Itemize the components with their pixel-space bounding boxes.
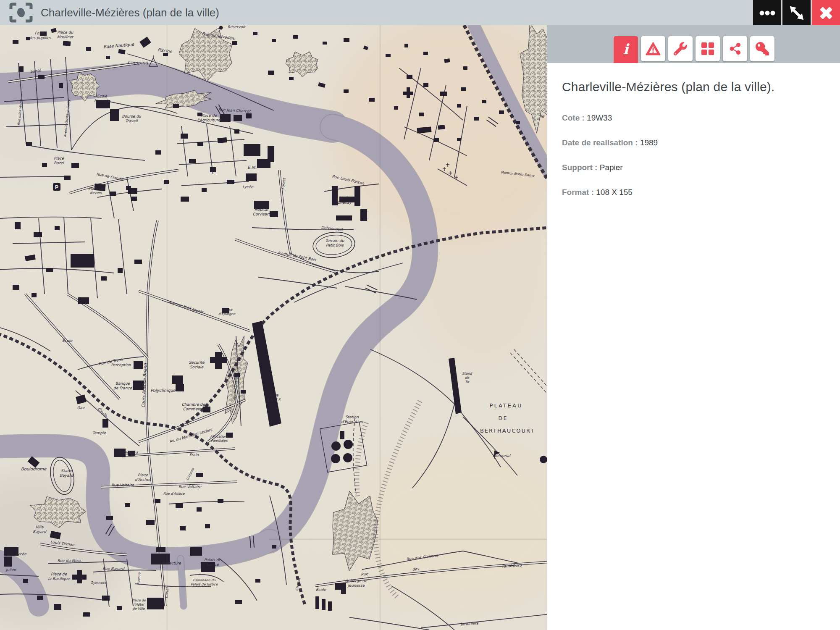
x-icon	[819, 5, 834, 21]
svg-text:Perception: Perception	[111, 363, 131, 367]
header-bar: Charleville-Mézières (plan de la ville)	[0, 0, 840, 25]
meta-cote: Cote : 19W33	[562, 113, 827, 123]
svg-text:des: des	[412, 567, 420, 571]
svg-text:Gymnase: Gymnase	[90, 581, 107, 585]
panel-tabs: i	[614, 36, 774, 63]
svg-text:Auberge deJeunesse: Auberge deJeunesse	[345, 579, 368, 588]
resize-button[interactable]	[782, 0, 811, 26]
svg-text:Rue: Rue	[361, 572, 369, 577]
city-map-image[interactable]: P Foyerdes pupillesPlace duMoulinetBase …	[0, 25, 547, 630]
archive-image-viewer: { "colors": { "accent_red": "#ee4956", "…	[0, 0, 840, 630]
svg-text:P: P	[55, 184, 58, 190]
svg-text:Place del'Hôtelde Ville: Place del'Hôtelde Ville	[131, 598, 146, 611]
svg-text:Préfecture: Préfecture	[162, 561, 182, 565]
svg-text:Lycée: Lycée	[16, 552, 27, 556]
document-title: Charleville-Mézières (plan de la ville)	[41, 6, 219, 19]
meta-support: Support : Papier	[562, 163, 827, 172]
svg-text:Rue Voltaire: Rue Voltaire	[178, 485, 202, 489]
svg-text:Mémorial: Mémorial	[493, 454, 511, 458]
metadata-content: Charleville-Mézières (plan de la ville).…	[562, 63, 827, 213]
tab-share[interactable]	[723, 36, 747, 61]
svg-text:Rue du Mess: Rue du Mess	[58, 559, 82, 563]
tab-tools[interactable]	[668, 36, 693, 61]
info-panel: i	[547, 25, 840, 630]
svg-text:Temple: Temple	[92, 431, 106, 435]
svg-text:Place deNevers: Place deNevers	[89, 187, 103, 195]
svg-text:Rue d'Alsace: Rue d'Alsace	[163, 492, 185, 496]
svg-text:i: i	[623, 42, 630, 57]
svg-text:École: École	[62, 338, 73, 343]
svg-text:Rue Bayard: Rue Bayard	[102, 567, 125, 571]
tab-report-problem[interactable]	[641, 36, 665, 61]
svg-text:PLATEAU: PLATEAU	[490, 402, 523, 409]
key-icon	[756, 42, 769, 55]
svg-text:Île: Île	[539, 113, 545, 118]
metadata-list: Cote : 19W33 Date de realisation : 1989 …	[562, 113, 827, 197]
svg-text:Esplanade duPalais de Justice: Esplanade duPalais de Justice	[191, 578, 218, 586]
share-icon	[729, 42, 741, 55]
tab-mosaic[interactable]	[696, 36, 720, 61]
more-options-button[interactable]	[753, 0, 781, 26]
diagonal-arrows-icon	[789, 5, 805, 21]
info-icon: i	[620, 42, 632, 57]
svg-text:SécuritéSociale: SécuritéSociale	[189, 360, 205, 369]
svg-text:HôpitalCorvisart: HôpitalCorvisart	[253, 207, 270, 216]
svg-text:Réservoir: Réservoir	[228, 25, 246, 29]
viewer-logo-icon[interactable]	[9, 3, 33, 23]
svg-text:E.M.: E.M.	[247, 165, 256, 170]
meta-date: Date de realisation : 1989	[562, 138, 827, 147]
grid-icon	[701, 42, 714, 55]
tab-info[interactable]: i	[614, 36, 638, 63]
svg-text:Gaz: Gaz	[77, 406, 84, 410]
svg-text:Boulevard: Boulevard	[118, 450, 138, 455]
svg-text:Terrain duPetit Bois: Terrain duPetit Bois	[326, 239, 345, 247]
svg-text:BERTHAUCOURT: BERTHAUCOURT	[480, 428, 535, 434]
svg-text:Place duMoulinet: Place duMoulinet	[57, 30, 74, 39]
svg-text:AllocationsFamiliales: AllocationsFamiliales	[210, 435, 228, 443]
svg-text:Rue Voltaire: Rue Voltaire	[111, 483, 134, 487]
meta-format: Format : 108 X 155	[562, 188, 827, 197]
svg-text:Chambre deCommerce: Chambre deCommerce	[181, 402, 205, 411]
warning-triangle-icon	[645, 42, 661, 56]
wrench-icon	[674, 42, 687, 55]
svg-text:Frain: Frain	[189, 453, 199, 457]
svg-text:Polyclinique: Polyclinique	[150, 388, 176, 393]
svg-text:Banquede France: Banquede France	[113, 381, 133, 390]
svg-text:Lycée: Lycée	[242, 185, 254, 189]
svg-text:École: École	[316, 587, 327, 592]
svg-text:Julien: Julien	[5, 568, 16, 572]
svg-text:Boulodrome: Boulodrome	[21, 467, 47, 471]
svg-text:PlaceBozzi: PlaceBozzi	[54, 156, 64, 165]
record-title: Charleville-Mézières (plan de la ville).	[562, 80, 827, 94]
close-button[interactable]	[812, 0, 840, 26]
svg-text:DE: DE	[499, 415, 508, 421]
ellipsis-icon	[759, 10, 776, 16]
tab-permalink[interactable]	[750, 36, 774, 61]
window-buttons	[753, 0, 840, 26]
svg-text:Camping: Camping	[127, 60, 148, 66]
svg-text:StadeBayard: StadeBayard	[60, 469, 74, 478]
map-viewport[interactable]: P Foyerdes pupillesPlace duMoulinetBase …	[0, 25, 547, 630]
